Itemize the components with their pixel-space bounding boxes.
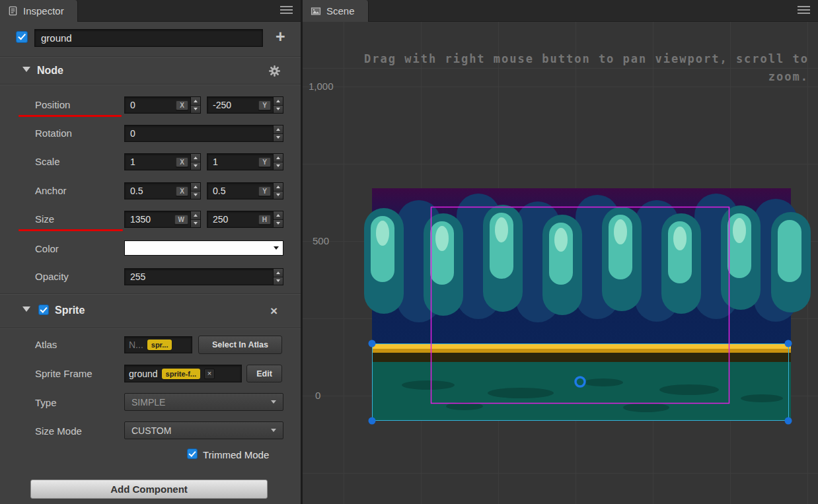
step-up-button[interactable] <box>274 97 283 106</box>
rotation-value: 0 <box>125 128 273 139</box>
size-mode-dropdown[interactable]: CUSTOM <box>124 421 283 439</box>
type-dropdown[interactable]: SIMPLE <box>124 393 283 411</box>
scene-viewport[interactable]: Drag with right mouse button to pan view… <box>303 22 818 504</box>
size-h-value: 250 <box>207 214 258 225</box>
scale-x-stepper <box>190 154 200 170</box>
step-up-button[interactable] <box>274 269 283 277</box>
size-h-field[interactable]: 250 H <box>207 211 283 228</box>
size-h-badge: H <box>258 215 271 225</box>
step-up-button[interactable] <box>191 97 200 106</box>
opacity-value: 255 <box>125 271 273 282</box>
handle-bottom-left[interactable] <box>369 417 376 425</box>
scene-icon <box>311 6 321 17</box>
anchor-y-field[interactable]: 0.5 Y <box>207 182 283 199</box>
divider <box>0 328 301 328</box>
position-y-stepper <box>273 97 283 113</box>
handle-top-left[interactable] <box>369 340 376 347</box>
opacity-field[interactable]: 255 <box>124 268 283 285</box>
tab-inspector-label: Inspector <box>23 5 64 17</box>
step-up-button[interactable] <box>191 211 200 220</box>
size-w-field[interactable]: 1350 W <box>124 211 201 228</box>
divider <box>0 293 301 294</box>
anchor-x-field[interactable]: 0.5 X <box>124 182 201 199</box>
step-up-button[interactable] <box>274 154 283 162</box>
node-name-input[interactable]: ground <box>34 29 263 47</box>
node-active-checkbox[interactable] <box>16 31 28 43</box>
sprite-collapse-icon[interactable] <box>22 306 30 312</box>
chevron-down-icon <box>274 246 279 250</box>
atlas-asset-badge: spr... <box>147 340 172 350</box>
step-down-button[interactable] <box>274 192 283 199</box>
position-y-value: -250 <box>207 100 258 110</box>
step-down-button[interactable] <box>274 134 283 142</box>
atlas-label: Atlas <box>35 339 57 350</box>
size-w-stepper <box>190 211 200 227</box>
sprite-enabled-checkbox[interactable] <box>38 305 49 315</box>
handle-top-right[interactable] <box>785 340 792 347</box>
tab-scene-label: Scene <box>326 5 355 17</box>
annotation-underline-size <box>19 229 123 231</box>
anchor-y-badge: Y <box>258 186 271 196</box>
edit-button[interactable]: Edit <box>246 365 282 382</box>
type-value: SIMPLE <box>131 397 271 408</box>
color-picker-field[interactable] <box>124 240 283 256</box>
step-down-button[interactable] <box>191 106 200 114</box>
scale-y-badge: Y <box>258 157 271 167</box>
add-node-button[interactable]: + <box>276 28 285 45</box>
step-down-button[interactable] <box>191 162 200 170</box>
clear-sprite-frame-button[interactable]: × <box>204 369 215 379</box>
step-down-button[interactable] <box>274 220 283 228</box>
position-y-badge: Y <box>258 100 271 110</box>
position-x-value: 0 <box>125 100 176 110</box>
step-down-button[interactable] <box>274 162 283 170</box>
position-y-field[interactable]: -250 Y <box>207 96 283 114</box>
menu-icon[interactable] <box>280 6 293 14</box>
size-label: Size <box>35 213 54 225</box>
size-w-badge: W <box>174 215 188 225</box>
atlas-field[interactable]: N... spr... <box>124 336 192 353</box>
position-x-badge: X <box>176 100 188 110</box>
sprite-frame-label: Sprite Frame <box>35 368 93 379</box>
inspector-panel: Inspector ground + Node Position <box>0 0 301 504</box>
trimmed-mode-checkbox[interactable] <box>187 449 198 459</box>
step-down-button[interactable] <box>191 192 200 199</box>
step-down-button[interactable] <box>274 106 283 114</box>
anchor-y-stepper <box>273 183 283 199</box>
anchor-x-value: 0.5 <box>125 186 176 196</box>
add-component-button[interactable]: Add Component <box>30 480 268 499</box>
step-up-button[interactable] <box>191 183 200 192</box>
position-label: Position <box>35 99 70 110</box>
menu-icon[interactable] <box>798 6 810 14</box>
scale-x-field[interactable]: 1 X <box>124 153 201 170</box>
rotation-label: Rotation <box>35 127 72 139</box>
node-collapse-icon[interactable] <box>22 67 30 72</box>
opacity-label: Opacity <box>35 271 69 282</box>
handle-bottom-right[interactable] <box>785 417 792 425</box>
divider <box>0 84 301 85</box>
step-up-button[interactable] <box>274 211 283 220</box>
ruler-label-500: 500 <box>313 235 329 246</box>
step-down-button[interactable] <box>191 220 200 228</box>
sprite-frame-field[interactable]: ground sprite-f... × <box>124 365 242 382</box>
step-up-button[interactable] <box>274 126 283 134</box>
tab-scene[interactable]: Scene <box>303 0 369 22</box>
step-up-button[interactable] <box>191 154 200 162</box>
sprite-frame-asset-badge: sprite-f... <box>162 369 200 379</box>
tab-inspector[interactable]: Inspector <box>0 0 78 22</box>
scale-y-field[interactable]: 1 Y <box>207 153 283 170</box>
step-up-button[interactable] <box>274 183 283 192</box>
position-x-field[interactable]: 0 X <box>124 96 201 114</box>
step-down-button[interactable] <box>274 277 283 285</box>
scene-panel: Scene Drag with right mouse button to pa… <box>303 0 818 504</box>
chevron-down-icon <box>271 429 276 432</box>
anchor-label: Anchor <box>35 185 67 196</box>
rotation-field[interactable]: 0 <box>124 125 283 142</box>
anchor-x-stepper <box>190 183 200 199</box>
gear-icon[interactable] <box>269 65 280 77</box>
size-w-value: 1350 <box>125 214 174 225</box>
inspector-icon <box>8 6 18 16</box>
scene-header: Scene <box>303 0 818 22</box>
remove-component-icon[interactable]: × <box>270 305 278 317</box>
scale-y-stepper <box>273 154 283 170</box>
select-in-atlas-button[interactable]: Select In Atlas <box>198 336 282 354</box>
